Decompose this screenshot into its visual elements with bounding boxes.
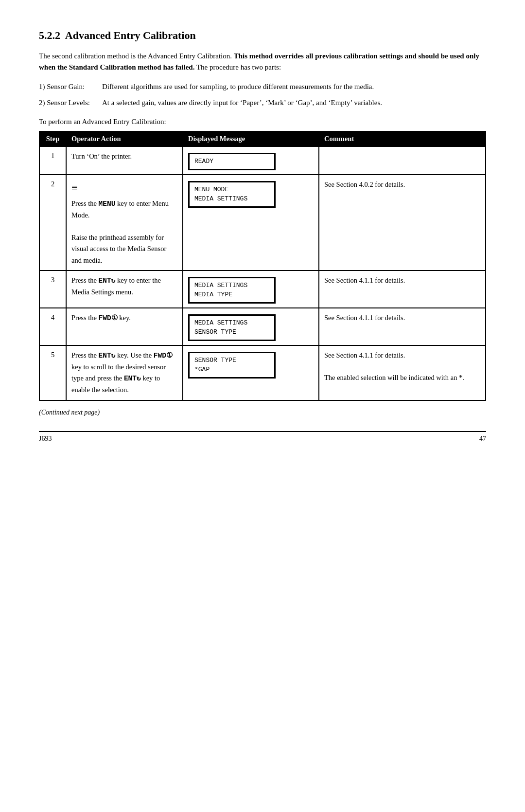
- operator-action: ≡ Press the MENU key to enter Menu Mode.…: [66, 175, 183, 271]
- comment: See Section 4.1.1 for details.: [319, 271, 486, 308]
- step-number: 3: [39, 271, 66, 308]
- step-number: 2: [39, 175, 66, 271]
- list-item-2: 2) Sensor Levels: At a selected gain, va…: [39, 97, 486, 108]
- comment: See Section 4.1.1 for details. The enabl…: [319, 345, 486, 400]
- operator-action: Press the ENT↻ key to enter the Media Se…: [66, 271, 183, 308]
- comment: See Section 4.0.2 for details.: [319, 175, 486, 271]
- step-number: 1: [39, 146, 66, 175]
- step-number: 5: [39, 345, 66, 400]
- step-number: 4: [39, 308, 66, 345]
- procedure-table: Step Operator Action Displayed Message C…: [39, 131, 486, 401]
- lcd-display: SENSOR TYPE *GAP: [188, 352, 276, 379]
- list-item-1: 1) Sensor Gain: Different algorithms are…: [39, 81, 486, 92]
- col-header-step: Step: [39, 131, 66, 146]
- operator-action: Turn ‘On’ the printer.: [66, 146, 183, 175]
- menu-icon: ≡: [71, 179, 177, 196]
- operator-action: Press the ENT↻ key. Use the FWD① key to …: [66, 345, 183, 400]
- lcd-display: MENU MODE MEDIA SETTINGS: [188, 181, 276, 208]
- displayed-message: SENSOR TYPE *GAP: [183, 345, 319, 400]
- displayed-message: MENU MODE MEDIA SETTINGS: [183, 175, 319, 271]
- doc-id: J693: [39, 435, 52, 443]
- table-row: 5 Press the ENT↻ key. Use the FWD① key t…: [39, 345, 486, 400]
- table-row: 1 Turn ‘On’ the printer. READY: [39, 146, 486, 175]
- lcd-display: MEDIA SETTINGS MEDIA TYPE: [188, 277, 276, 304]
- footer-bar: J693 47: [39, 431, 486, 443]
- lcd-display: READY: [188, 153, 276, 170]
- table-row: 3 Press the ENT↻ key to enter the Media …: [39, 271, 486, 308]
- operator-action: Press the FWD① key.: [66, 308, 183, 345]
- table-row: 2 ≡ Press the MENU key to enter Menu Mod…: [39, 175, 486, 271]
- col-header-comment: Comment: [319, 131, 486, 146]
- displayed-message: MEDIA SETTINGS SENSOR TYPE: [183, 308, 319, 345]
- col-header-action: Operator Action: [66, 131, 183, 146]
- pre-table-text: To perform an Advanced Entry Calibration…: [39, 118, 486, 126]
- comment: [319, 146, 486, 175]
- comment: See Section 4.1.1 for details.: [319, 308, 486, 345]
- table-row: 4 Press the FWD① key. MEDIA SETTINGS SEN…: [39, 308, 486, 345]
- col-header-message: Displayed Message: [183, 131, 319, 146]
- displayed-message: READY: [183, 146, 319, 175]
- displayed-message: MEDIA SETTINGS MEDIA TYPE: [183, 271, 319, 308]
- page-number: 47: [479, 435, 486, 443]
- intro-paragraph: The second calibration method is the Adv…: [39, 51, 486, 72]
- continued-note: (Continued next page): [39, 409, 486, 416]
- lcd-display: MEDIA SETTINGS SENSOR TYPE: [188, 314, 276, 341]
- section-heading: 5.2.2 Advanced Entry Calibration: [39, 29, 486, 42]
